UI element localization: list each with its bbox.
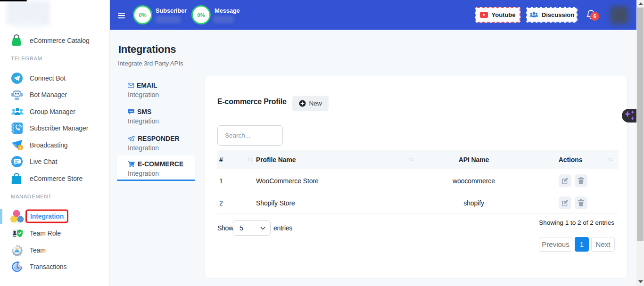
svg-text:SMS: SMS [129,110,133,112]
svg-text:1: 1 [19,146,21,150]
